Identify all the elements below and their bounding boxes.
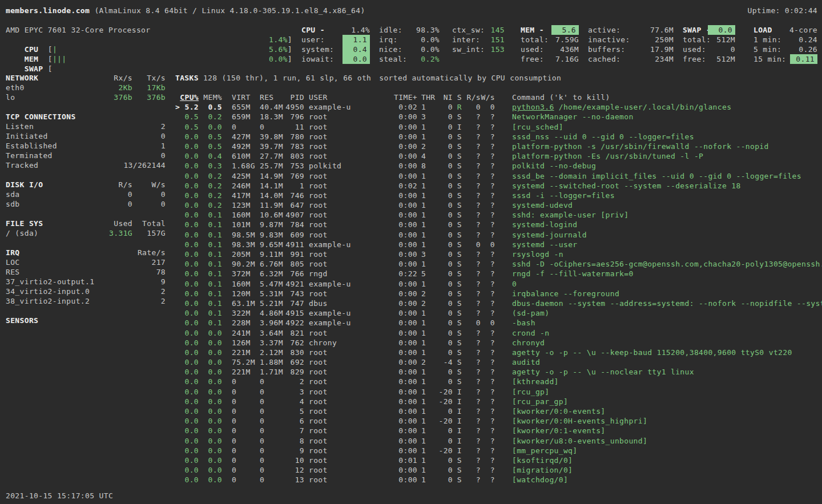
process-table-header: CPU% MEM% VIRT RES PID USER TIME+ THR NI… — [175, 92, 822, 102]
cell-res: 9.87M — [260, 220, 283, 229]
cell-cpu: 0.0 — [180, 348, 199, 357]
cell-ni: 0 — [436, 269, 453, 279]
sidebar-col2-header: W/s — [151, 180, 166, 189]
cell-rs: ? — [462, 357, 481, 367]
sidebar-section: DISK I/OR/sW/ssda00sdb00 — [6, 180, 166, 209]
cell-ni: 0 — [436, 465, 453, 475]
cell-user: example-u — [304, 308, 376, 318]
cell-mem: 0.0 — [199, 416, 222, 426]
cell-rs: ? — [462, 112, 481, 122]
command-args: -s /usr/sbin/firewalld --nofork --nopid — [582, 142, 769, 151]
cell-res: 0 — [260, 465, 283, 475]
cell-virt: 0 — [222, 416, 260, 426]
cell-mem: 0.0 — [199, 426, 222, 436]
process-row: 0.00.5427M39.8M780root0:0010S??sssd_nss … — [175, 132, 822, 142]
cell-rs: ? — [462, 426, 481, 436]
col-header-virt[interactable]: VIRT — [222, 92, 260, 102]
process-row: 0.00.190.2M6.76M805root0:0010S??sshd -D … — [175, 259, 822, 269]
cell-ni: 0 — [436, 308, 453, 318]
cell-pid: 692 — [283, 357, 304, 367]
selected-row-marker — [175, 132, 180, 142]
sidebar-section-header: NETWORKRx/sTx/s — [6, 73, 166, 83]
sidebar-row-value1: 0 — [128, 189, 132, 199]
sidebar-row: eth02Kb17Kb — [6, 83, 166, 92]
cell-pid: 762 — [283, 338, 304, 348]
swap-gauge-label: SWAP — [25, 64, 48, 74]
cell-thr: 1 — [417, 367, 436, 377]
cpu-system-label: system: — [301, 45, 334, 54]
command-args: example-user [priv] — [535, 211, 629, 219]
process-row: 0.00.00010root0:0110S??[ksoftirqd/0] — [175, 455, 822, 465]
process-row: 0.00.2246M14.1M1root0:0210S??systemd --s… — [175, 181, 822, 191]
col-header-pid[interactable]: PID — [283, 92, 304, 102]
cell-thr: 1 — [417, 436, 436, 446]
cell-ni: 0 — [436, 259, 453, 269]
cell-pid: 13 — [283, 475, 304, 485]
cell-time: 0:00 — [376, 249, 417, 259]
process-row: 0.00.0004root0:001-20I??[rcu_par_gp] — [175, 397, 822, 406]
sidebar-row-value2: 2 — [161, 287, 166, 296]
selected-row-marker: > — [175, 102, 180, 112]
cell-cpu: 0.0 — [180, 171, 199, 181]
col-header-time[interactable]: TIME+ — [376, 92, 417, 102]
col-header-cpu[interactable]: CPU% — [180, 92, 199, 102]
command-name: [ksoftirqd/0] — [512, 456, 573, 465]
col-header-thr[interactable]: THR — [417, 92, 436, 102]
cell-time: 0:00 — [376, 112, 417, 122]
cell-cpu: 0.0 — [180, 338, 199, 348]
cell-user: root — [304, 357, 376, 367]
cell-command: [kworker/0:1-events] — [495, 426, 822, 436]
cell-thr: 8 — [417, 161, 436, 171]
cell-user: root — [304, 475, 376, 485]
cell-time: 0:00 — [376, 151, 417, 161]
hostname: members.linode.com — [6, 6, 90, 15]
terminal-screen[interactable]: { "colors": { "background": "#2b2b2b", "… — [0, 0, 822, 504]
sidebar-row-label: sdb — [6, 200, 20, 208]
cell-mem: 0.1 — [199, 249, 222, 259]
cell-command: agetty -o -p -- \u --keep-baud 115200,38… — [495, 348, 822, 357]
sidebar-row: LOC217 — [6, 257, 166, 267]
mem-active-value: 77.6M — [650, 25, 674, 35]
sidebar-section-title: TCP CONNECTIONS — [6, 112, 76, 121]
cell-ni: -4 — [436, 357, 453, 367]
cell-time: 0:01 — [376, 455, 417, 465]
cell-mem: 0.0 — [199, 397, 222, 406]
col-header-user[interactable]: USER — [304, 92, 376, 102]
cell-thr: 1 — [417, 122, 436, 132]
command-name: [rcu_gp] — [512, 388, 549, 396]
cell-time: 0:22 — [376, 269, 417, 279]
cell-rs: ? — [462, 191, 481, 200]
command-name: platform-python — [512, 152, 582, 160]
cell-thr: 2 — [417, 357, 436, 367]
mem-gauge-value: 5.6% — [269, 45, 288, 54]
command-name: irqbalance — [512, 289, 559, 298]
cell-command: [kworker/0:0-events] — [495, 406, 822, 416]
cell-state: S — [453, 308, 462, 318]
cell-ni: 0 — [436, 455, 453, 465]
cell-time: 0:00 — [376, 367, 417, 377]
command-name: sshd — [512, 260, 531, 268]
cell-res: 0 — [260, 436, 283, 446]
mem-total-value: 7.59G — [555, 35, 579, 45]
col-header-mem[interactable]: MEM% — [199, 92, 222, 102]
cell-command: [rcu_sched] — [495, 122, 822, 132]
cell-command: [watchdog/0] — [495, 475, 822, 485]
cpu-iowait-label: iowait: — [301, 55, 334, 63]
sidebar-col2-header: Tx/s — [147, 73, 166, 83]
command-name: 0 — [512, 280, 517, 288]
cell-pid: 783 — [283, 142, 304, 151]
cell-pid: 7 — [283, 426, 304, 436]
cell-cpu: 0.0 — [180, 387, 199, 397]
col-header-res[interactable]: RES — [260, 92, 283, 102]
cell-rs: ? — [462, 348, 481, 357]
cell-user: root — [304, 426, 376, 436]
cell-state: S — [453, 161, 462, 171]
sidebar-row-value2: 0 — [161, 199, 166, 209]
cpu-nice-value: 0.0% — [421, 45, 440, 54]
mem-pct-value: 5.6 — [551, 25, 579, 35]
cpu-nice-label: nice: — [379, 45, 402, 54]
cell-command: [migration/0] — [495, 465, 822, 475]
sidebar-row-label: lo — [6, 93, 15, 102]
cell-thr: 2 — [417, 299, 436, 308]
sidebar-row-label: Initiated — [6, 132, 48, 140]
